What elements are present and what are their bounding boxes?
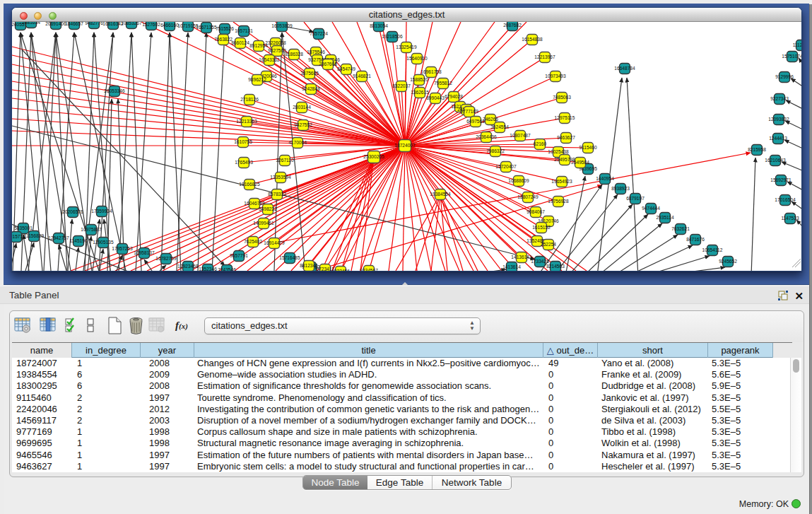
svg-text:16648784: 16648784 [614, 66, 635, 71]
svg-text:1440954: 1440954 [596, 176, 614, 181]
svg-text:25300205: 25300205 [363, 154, 384, 159]
svg-text:1112905: 1112905 [793, 42, 801, 47]
svg-text:1588520: 1588520 [410, 77, 428, 82]
svg-text:15751074: 15751074 [782, 54, 801, 59]
svg-text:16210643: 16210643 [765, 158, 786, 163]
svg-text:26053346: 26053346 [104, 88, 125, 93]
svg-text:8215958: 8215958 [748, 147, 766, 152]
svg-text:1057131: 1057131 [235, 28, 253, 33]
svg-text:16543362: 16543362 [259, 57, 280, 62]
svg-text:1352346: 1352346 [199, 267, 217, 271]
svg-text:19756928: 19756928 [548, 199, 569, 204]
svg-text:15692971: 15692971 [770, 177, 792, 182]
svg-text:1147533: 1147533 [781, 216, 799, 221]
svg-text:3267110: 3267110 [276, 158, 294, 163]
svg-text:13353594: 13353594 [270, 175, 291, 180]
svg-text:15640910: 15640910 [406, 56, 428, 61]
svg-text:746266: 746266 [483, 117, 498, 122]
svg-text:7632621: 7632621 [671, 226, 690, 231]
svg-text:9427552: 9427552 [294, 122, 312, 127]
svg-text:10807487: 10807487 [510, 133, 531, 138]
svg-text:1923456: 1923456 [331, 269, 350, 271]
svg-text:7625402: 7625402 [244, 239, 262, 244]
svg-text:9474444: 9474444 [642, 206, 660, 211]
svg-text:8322037: 8322037 [392, 83, 411, 88]
svg-text:252254: 252254 [541, 242, 556, 247]
svg-text:11156829: 11156829 [24, 233, 45, 238]
svg-text:10025438: 10025438 [548, 149, 569, 154]
svg-text:8938923: 8938923 [611, 186, 630, 191]
svg-text:14099461: 14099461 [253, 221, 274, 226]
svg-text:7243546: 7243546 [218, 267, 236, 271]
svg-text:7485063: 7485063 [553, 95, 571, 100]
svg-text:10973493: 10973493 [545, 74, 566, 78]
svg-text:9896212: 9896212 [248, 77, 266, 82]
svg-text:9227343: 9227343 [770, 96, 789, 101]
svg-text:2087682: 2087682 [503, 23, 522, 28]
svg-text:8471676: 8471676 [686, 237, 705, 242]
svg-text:7515526: 7515526 [216, 26, 234, 31]
svg-text:2803144: 2803144 [293, 105, 311, 110]
svg-text:9482776: 9482776 [85, 22, 103, 25]
svg-text:8812345: 8812345 [300, 263, 318, 268]
svg-text:20364436: 20364436 [476, 134, 497, 139]
svg-text:9146821: 9146821 [353, 74, 371, 78]
svg-text:1765493: 1765493 [235, 160, 253, 165]
svg-text:12942757: 12942757 [48, 235, 69, 240]
svg-text:20691406: 20691406 [45, 22, 66, 26]
svg-text:9242848: 9242848 [302, 86, 320, 91]
svg-text:1733426: 1733426 [531, 259, 549, 264]
svg-text:1527602: 1527602 [142, 22, 160, 27]
svg-text:20206576: 20206576 [62, 209, 83, 214]
svg-text:1145190: 1145190 [69, 238, 88, 243]
svg-text:7357224: 7357224 [310, 31, 328, 36]
svg-text:1681634: 1681634 [22, 22, 40, 25]
svg-text:6466160: 6466160 [160, 23, 179, 28]
svg-text:8214563: 8214563 [546, 264, 565, 269]
svg-text:12213967: 12213967 [534, 54, 555, 59]
svg-text:10688609: 10688609 [508, 178, 529, 183]
svg-text:10853267: 10853267 [121, 22, 142, 25]
svg-text:19218506: 19218506 [382, 34, 403, 39]
svg-text:9234567: 9234567 [360, 268, 378, 271]
svg-text:12905135: 12905135 [93, 240, 114, 245]
svg-text:12923468: 12923468 [177, 264, 199, 269]
svg-text:19384554: 19384554 [430, 192, 451, 197]
svg-text:16914479: 16914479 [264, 240, 285, 245]
svg-text:16961758: 16961758 [420, 69, 442, 74]
svg-text:9245652: 9245652 [719, 259, 737, 264]
svg-text:1875546: 1875546 [307, 49, 325, 54]
svg-text:10958137: 10958137 [134, 250, 155, 255]
svg-text:9129996: 9129996 [775, 74, 794, 79]
svg-text:6794028: 6794028 [445, 94, 463, 99]
svg-text:1413614: 1413614 [502, 264, 521, 269]
svg-text:7955812: 7955812 [434, 81, 452, 86]
svg-text:17957253: 17957253 [112, 246, 133, 251]
svg-text:1615152: 1615152 [532, 225, 551, 230]
svg-text:9777169: 9777169 [460, 109, 478, 114]
svg-text:7663822: 7663822 [214, 37, 233, 42]
svg-text:15720407: 15720407 [495, 164, 517, 169]
svg-text:18807249: 18807249 [517, 194, 539, 199]
svg-text:3875685: 3875685 [300, 71, 319, 76]
svg-text:16671355: 16671355 [196, 25, 217, 30]
svg-text:2935114: 2935114 [656, 215, 674, 220]
svg-text:23226058: 23226058 [265, 40, 286, 45]
svg-text:8578332: 8578332 [268, 192, 286, 197]
svg-text:3624554: 3624554 [490, 124, 509, 129]
svg-text:8990443: 8990443 [426, 95, 445, 100]
svg-text:9463627: 9463627 [557, 135, 575, 140]
svg-text:1362615: 1362615 [411, 90, 429, 95]
svg-text:18724007: 18724007 [394, 143, 416, 148]
svg-text:13325419: 13325419 [396, 45, 417, 49]
svg-text:17016504: 17016504 [775, 197, 796, 202]
svg-text:16053809: 16053809 [271, 23, 293, 28]
svg-text:16154838: 16154838 [522, 37, 543, 42]
svg-text:9084067: 9084067 [526, 209, 545, 214]
svg-text:16782759: 16782759 [155, 256, 177, 261]
svg-text:12093832: 12093832 [768, 117, 789, 122]
svg-text:1610755: 1610755 [234, 139, 252, 144]
svg-text:9827503: 9827503 [268, 48, 286, 53]
svg-text:8660124: 8660124 [231, 40, 249, 45]
svg-text:10654112: 10654112 [702, 247, 723, 252]
